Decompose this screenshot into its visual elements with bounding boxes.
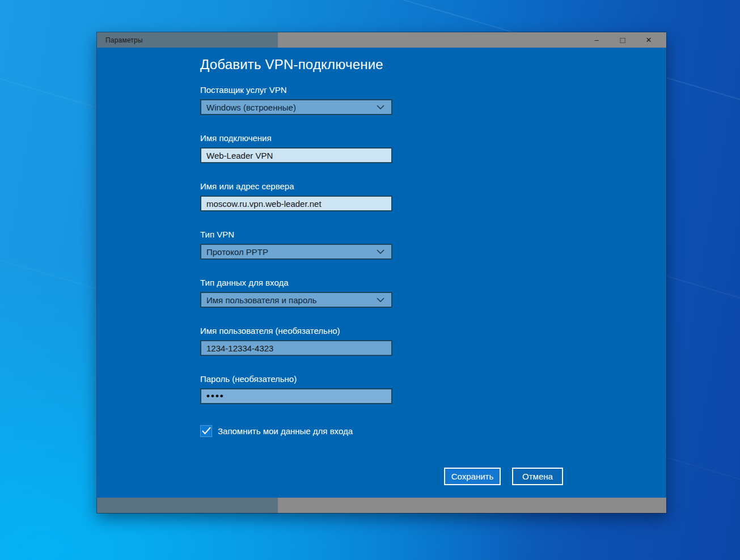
server-address-input[interactable]: [201, 197, 391, 210]
connection-name-fieldbox: [200, 147, 392, 163]
vpn-provider-value: Windows (встроенные): [201, 103, 377, 112]
server-address-label: Имя или адрес сервера: [200, 181, 438, 193]
password-fieldbox: [200, 388, 392, 404]
vpn-type-label: Тип VPN: [200, 230, 438, 241]
minimize-icon: –: [594, 36, 598, 44]
maximize-button[interactable]: □: [610, 32, 636, 48]
window-title: Параметры: [105, 36, 143, 44]
save-button[interactable]: Сохранить: [444, 468, 501, 485]
cancel-button[interactable]: Отмена: [512, 468, 563, 485]
password-label: Пароль (необязательно): [200, 374, 438, 385]
username-input[interactable]: [201, 341, 391, 355]
connection-name-label: Имя подключения: [200, 133, 438, 145]
signin-type-select[interactable]: Имя пользователя и пароль: [200, 292, 392, 308]
page-title: Добавить VPN-подключение: [200, 57, 383, 73]
minimize-button[interactable]: –: [583, 32, 610, 48]
chevron-down-icon: [377, 105, 384, 109]
remember-credentials-row: Запомнить мои данные для входа: [200, 424, 353, 438]
vpn-type-select[interactable]: Протокол PPTP: [200, 244, 392, 260]
connection-name-input[interactable]: [201, 149, 391, 162]
add-vpn-flyout: Добавить VPN-подключение Поставщик услуг…: [97, 48, 666, 498]
username-fieldbox: [200, 340, 392, 356]
remember-credentials-checkbox[interactable]: [200, 425, 212, 437]
window-controls: – □ ✕: [583, 32, 662, 48]
chevron-down-icon: [377, 298, 384, 302]
server-address-fieldbox: [200, 196, 392, 211]
window-bottom-bar: [97, 498, 666, 513]
vpn-provider-label: Поставщик услуг VPN: [200, 85, 438, 96]
close-icon: ✕: [646, 36, 652, 44]
vpn-provider-select[interactable]: Windows (встроенные): [200, 99, 392, 115]
password-input[interactable]: [201, 389, 391, 403]
vpn-type-value: Протокол PPTP: [201, 247, 377, 257]
settings-window: Параметры – □ ✕ Добавить VPN-подключение…: [97, 32, 666, 513]
checkmark-icon: [202, 427, 211, 435]
close-button[interactable]: ✕: [636, 32, 662, 48]
username-label: Имя пользователя (необязательно): [200, 326, 438, 337]
signin-type-value: Имя пользователя и пароль: [201, 295, 377, 305]
titlebar[interactable]: Параметры – □ ✕: [97, 32, 666, 48]
desktop-wallpaper: Параметры – □ ✕ Добавить VPN-подключение…: [0, 0, 740, 560]
remember-credentials-label: Запомнить мои данные для входа: [218, 426, 353, 436]
chevron-down-icon: [377, 249, 384, 254]
signin-type-label: Тип данных для входа: [200, 278, 438, 289]
maximize-icon: □: [620, 36, 625, 44]
